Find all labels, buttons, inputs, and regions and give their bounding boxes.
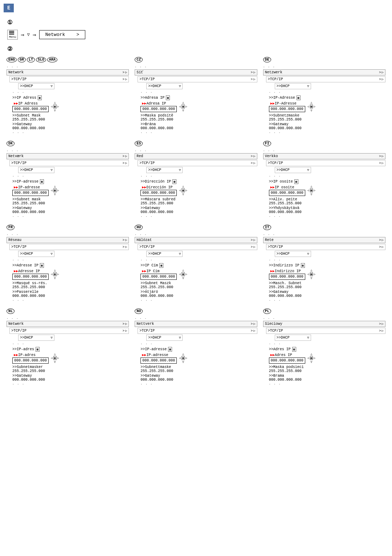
ip-value-block: ▶▶IP-adresse 000.000.000.000 △ ◁ ▦ ▷ ▽: [140, 352, 257, 364]
ok-icon: ▦: [310, 105, 313, 109]
lang-badge-cz: CZ: [135, 57, 143, 62]
up-triangle: △: [182, 269, 184, 272]
panel-dots2: · · ·: [12, 342, 129, 346]
dhcp-row: >>DHCP ▽: [18, 335, 54, 341]
lang-badge-gr: GR: [18, 57, 26, 62]
subnet-value: 255.255.255.000: [140, 285, 257, 289]
edit-icon: ▦: [172, 179, 176, 184]
dhcp-title: >>DHCP: [20, 168, 51, 172]
subnet-row: >>Maska podsieci 255.255.255.000: [269, 365, 385, 373]
tcp-title: >TCP/IP: [139, 245, 250, 249]
lang-badge-no: NO: [135, 308, 143, 314]
gateway-label: >>Brána: [140, 122, 257, 126]
tcp-title: >TCP/IP: [11, 245, 122, 249]
gateway-value: 000.000.000.000: [269, 210, 385, 214]
ip-label: >>IP-Adresse: [269, 96, 295, 100]
panel-dots3: · · ·: [269, 215, 385, 218]
network-title: Hálózat: [136, 238, 250, 242]
ip-label-row: >>IP-adresse ▦: [140, 347, 257, 352]
right-triangle: ▷: [57, 189, 59, 192]
dhcp-title: >>DHCP: [277, 168, 307, 172]
ip-cursor-label: ▶▶IP-adresse: [14, 185, 40, 189]
dhcp-row: >>DHCP ▽: [275, 335, 311, 341]
panel-dots: · · ·: [135, 233, 257, 236]
ip-value-block: ▶▶Adresa IP 000.000.000.000 △ ◁ ▦ ▷ ▽: [140, 101, 257, 112]
lang-badge-dk: DK: [7, 141, 15, 146]
network-title: Rete: [265, 238, 379, 242]
panel-dots: · · ·: [7, 317, 129, 320]
gateway-label: >>Gateway: [12, 206, 129, 210]
arrow2-icon: ⇒: [33, 31, 36, 38]
tcpip-row: >TCP/IP > ▷: [266, 160, 385, 166]
left-triangle: ◁: [179, 356, 181, 360]
ip-cursor-label: ▶▶Adresa IP: [142, 101, 166, 106]
ip-cursor-label: ▶▶Adresse IP: [14, 269, 40, 273]
menu-icon: Menu: [7, 30, 18, 40]
tcp-title: >TCP/IP: [139, 77, 250, 81]
ip-label-row: >>Dirección IP ▦: [140, 179, 257, 184]
panel-dots: · · ·: [7, 149, 129, 152]
left-triangle: ◁: [307, 356, 309, 360]
left-triangle: ◁: [51, 356, 53, 360]
gateway-value: 000.000.000.000: [140, 294, 257, 298]
ip-value: 000.000.000.000: [269, 274, 305, 280]
ok-icon: ▦: [181, 272, 185, 276]
right-triangle: ▷: [57, 273, 59, 276]
dhcp-title: >>DHCP: [277, 336, 307, 340]
subnet-row: >>Subnet Mask 255.255.255.000: [12, 114, 129, 122]
up-triangle: △: [54, 352, 56, 356]
ip-label-row: >>IP-adres ▦: [12, 347, 129, 352]
dhcp-title: >>DHCP: [148, 168, 179, 172]
panel-dots: · · ·: [263, 65, 385, 69]
panel-dots2: · · ·: [269, 91, 385, 94]
dhcp-title: >>DHCP: [148, 84, 179, 88]
down-triangle: ▽: [311, 277, 313, 280]
up-triangle: △: [311, 185, 313, 188]
left-triangle: ◁: [179, 273, 181, 276]
up-triangle: △: [54, 269, 56, 272]
right-triangle: ▷: [314, 356, 315, 360]
network-menu-row: Sieciowy > ▷: [263, 321, 385, 327]
ip-label: >>IP osoite: [269, 180, 293, 184]
panel-dots3: · · ·: [140, 215, 257, 218]
panel-dots3: · · ·: [269, 383, 385, 386]
panel-dots2: · · ·: [140, 175, 257, 178]
down-triangle: ▽: [311, 360, 313, 364]
network-menu-row: Network > ▷: [7, 69, 129, 75]
gateway-label: >>Gateway: [12, 122, 129, 126]
network-menu-row: Netzwerk > ▷: [263, 69, 385, 75]
ip-value-block: ▶▶IP-Adresse 000.000.000.000 △ ◁ ▦ ▷ ▽: [269, 101, 385, 112]
panel-eng: ENG GR LT SLO ARA · · · Network > ▷ >TCP…: [7, 57, 129, 135]
gateway-value: 000.000.000.000: [140, 210, 257, 214]
gateway-value: 000.000.000.000: [12, 378, 129, 382]
network-menu-row: Síť > ▷: [135, 69, 257, 75]
network-title: Réseau: [8, 238, 122, 242]
dhcp-row: >>DHCP ▽: [275, 167, 311, 173]
gateway-row: >>Átjáró 000.000.000.000: [140, 290, 257, 298]
up-triangle: △: [182, 185, 184, 188]
subnet-value: 255.255.255.000: [140, 201, 257, 205]
network-menu-row: Hálózat > ▷: [135, 237, 257, 243]
ok-icon: ▦: [310, 188, 313, 192]
panel-pl: PL · · · Sieciowy > ▷ >TCP/IP > ▷ >>DHCP…: [263, 308, 385, 387]
dhcp-row: >>DHCP ▽: [18, 83, 54, 89]
gateway-value: 000.000.000.000: [269, 378, 385, 382]
edit-icon: ▦: [159, 263, 163, 268]
dhcp-row: >>DHCP ▽: [146, 83, 183, 89]
gateway-label: >>Yhdyskäytävä: [269, 206, 385, 210]
network-chevron: >: [77, 32, 79, 37]
ip-value-block: ▶▶Dirección IP 000.000.000.000 △ ◁ ▦ ▷ ▽: [140, 185, 257, 196]
ok-icon: ▦: [53, 188, 57, 192]
panel-dots2: · · ·: [12, 91, 129, 94]
subnet-label: >>Masch. Subnet: [269, 281, 385, 285]
right-triangle: ▷: [314, 105, 315, 108]
panel-dots3: · · ·: [12, 131, 129, 134]
left-triangle: ◁: [179, 189, 181, 192]
ip-value: 000.000.000.000: [12, 190, 49, 196]
panel-nl: NL · · · Netwerk > ▷ >TCP/IP > ▷ >>DHCP …: [7, 308, 129, 387]
left-triangle: ◁: [179, 105, 181, 108]
subnet-label: >>Máscara subred: [140, 197, 257, 201]
dhcp-row: >>DHCP ▽: [18, 167, 54, 173]
nav-triangle-icon: ▽: [27, 32, 30, 37]
tcpip-row: >TCP/IP > ▷: [138, 244, 257, 250]
